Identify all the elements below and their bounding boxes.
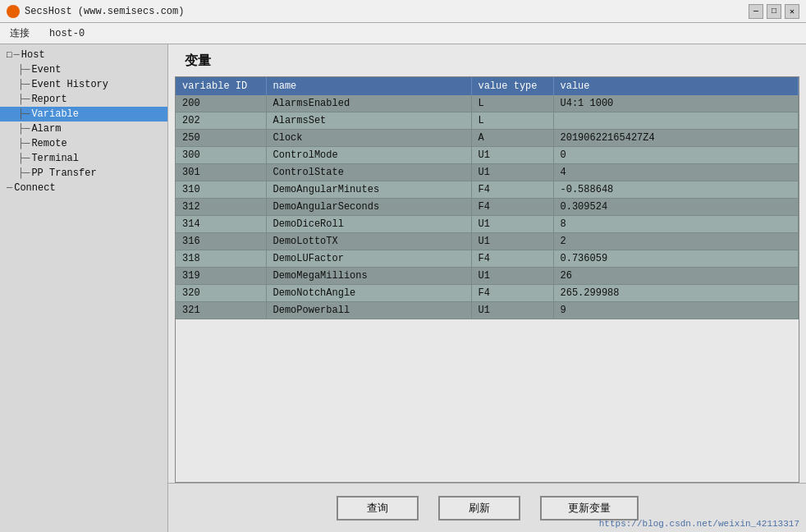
cell-value: 0.736059	[553, 250, 799, 268]
window-controls: — □ ✕	[749, 4, 799, 19]
sidebar-item-alarm[interactable]: ├─Alarm	[0, 122, 167, 136]
refresh-button[interactable]: 刷新	[438, 496, 520, 521]
cell-value-type: F4	[471, 199, 553, 216]
cell-variable-id: 318	[176, 250, 266, 268]
table-row[interactable]: 301 ControlState U1 4	[176, 164, 799, 181]
cell-name: Clock	[266, 130, 471, 147]
table-row[interactable]: 202 AlarmsSet L	[176, 112, 799, 130]
cell-value-type: F4	[471, 250, 553, 268]
dash-icon: ├─	[18, 153, 30, 164]
col-header-name: name	[266, 77, 471, 95]
cell-value-type: U1	[471, 216, 553, 233]
sidebar-item-label: Remote	[31, 138, 66, 149]
sidebar-item-remote[interactable]: ├─Remote	[0, 136, 167, 151]
cell-value: 26	[553, 268, 799, 285]
title-bar: SecsHost (www.semisecs.com) — □ ✕	[0, 0, 806, 23]
cell-name: DemoAngularMinutes	[266, 181, 471, 199]
sidebar-item-label: Report	[31, 94, 66, 105]
cell-variable-id: 202	[176, 112, 266, 130]
content-area: 变量 variable ID name value type value 200	[168, 44, 806, 532]
cell-name: DemoDiceRoll	[266, 216, 471, 233]
cell-variable-id: 319	[176, 268, 266, 285]
cell-name: ControlState	[266, 164, 471, 181]
sidebar-item-report[interactable]: ├─Report	[0, 92, 167, 107]
cell-name: ControlMode	[266, 147, 471, 164]
dash-icon: ├─	[18, 123, 30, 135]
cell-value: -0.588648	[553, 181, 799, 199]
maximize-button[interactable]: □	[767, 4, 781, 19]
query-button[interactable]: 查询	[337, 496, 419, 521]
cell-value: 8	[553, 216, 799, 233]
cell-value-type: A	[471, 130, 553, 147]
table-row[interactable]: 250 Clock A 20190622165427Z4	[176, 130, 799, 147]
close-button[interactable]: ✕	[785, 4, 799, 19]
cell-value: 265.299988	[553, 285, 799, 302]
cell-value-type: L	[471, 95, 553, 112]
cell-value: 0.309524	[553, 199, 799, 216]
dash-icon: ├─	[18, 167, 30, 179]
main-area: □─Host├─Event├─Event History├─Report├─Va…	[0, 44, 806, 532]
cell-value-type: U1	[471, 302, 553, 319]
cell-value: 0	[553, 147, 799, 164]
sidebar-item-label: Terminal	[31, 153, 79, 164]
sidebar-item-label: Connect	[14, 182, 55, 194]
table-row[interactable]: 319 DemoMegaMillions U1 26	[176, 268, 799, 285]
col-header-variable-id: variable ID	[176, 77, 266, 95]
table-row[interactable]: 321 DemoPowerball U1 9	[176, 302, 799, 319]
dash-icon: ─	[14, 49, 20, 61]
cell-variable-id: 314	[176, 216, 266, 233]
sidebar-item-variable[interactable]: ├─Variable	[0, 107, 167, 122]
button-area: 查询 刷新 更新变量	[168, 483, 806, 532]
page-title: 变量	[168, 44, 806, 76]
sidebar-item-event[interactable]: ├─Event	[0, 62, 167, 77]
cell-variable-id: 200	[176, 95, 266, 112]
sidebar-item-event-history[interactable]: ├─Event History	[0, 77, 167, 92]
cell-value-type: U1	[471, 147, 553, 164]
table-row[interactable]: 316 DemoLottoTX U1 2	[176, 233, 799, 250]
sidebar-item-label: PP Transfer	[31, 167, 96, 179]
sidebar-item-pp-transfer[interactable]: ├─PP Transfer	[0, 166, 167, 181]
cell-name: DemoLottoTX	[266, 233, 471, 250]
cell-value-type: F4	[471, 285, 553, 302]
cell-value	[553, 112, 799, 130]
sidebar-item-connect[interactable]: ─Connect	[0, 181, 167, 195]
cell-name: DemoPowerball	[266, 302, 471, 319]
menu-connect[interactable]: 连接	[0, 24, 39, 43]
cell-name: DemoMegaMillions	[266, 268, 471, 285]
table-row[interactable]: 312 DemoAngularSeconds F4 0.309524	[176, 199, 799, 216]
cell-value: 20190622165427Z4	[553, 130, 799, 147]
menu-host[interactable]: host-0	[39, 25, 94, 42]
sidebar-item-label: Event	[31, 64, 61, 76]
cell-name: AlarmsSet	[266, 112, 471, 130]
table-row[interactable]: 300 ControlMode U1 0	[176, 147, 799, 164]
sidebar-item-terminal[interactable]: ├─Terminal	[0, 151, 167, 166]
dash-icon: ├─	[18, 138, 30, 149]
variable-table-container: variable ID name value type value 200 Al…	[175, 76, 799, 483]
variable-table: variable ID name value type value 200 Al…	[176, 77, 799, 319]
cell-variable-id: 316	[176, 233, 266, 250]
sidebar-item-host[interactable]: □─Host	[0, 48, 167, 62]
table-row[interactable]: 314 DemoDiceRoll U1 8	[176, 216, 799, 233]
table-row[interactable]: 320 DemoNotchAngle F4 265.299988	[176, 285, 799, 302]
col-header-value-type: value type	[471, 77, 553, 95]
table-scroll[interactable]: variable ID name value type value 200 Al…	[176, 77, 799, 482]
sidebar-item-label: Variable	[31, 108, 79, 120]
cell-name: DemoAngularSeconds	[266, 199, 471, 216]
table-row[interactable]: 200 AlarmsEnabled L U4:1 1000	[176, 95, 799, 112]
cell-variable-id: 301	[176, 164, 266, 181]
cell-name: DemoLUFactor	[266, 250, 471, 268]
cell-variable-id: 320	[176, 285, 266, 302]
cell-variable-id: 310	[176, 181, 266, 199]
col-header-value: value	[553, 77, 799, 95]
cell-value-type: L	[471, 112, 553, 130]
dash-icon: ├─	[18, 79, 30, 90]
cell-value-type: U1	[471, 164, 553, 181]
table-row[interactable]: 310 DemoAngularMinutes F4 -0.588648	[176, 181, 799, 199]
sidebar-item-label: Host	[21, 49, 45, 61]
cell-name: AlarmsEnabled	[266, 95, 471, 112]
cell-variable-id: 300	[176, 147, 266, 164]
update-button[interactable]: 更新变量	[540, 496, 639, 521]
minimize-button[interactable]: —	[749, 4, 763, 19]
table-row[interactable]: 318 DemoLUFactor F4 0.736059	[176, 250, 799, 268]
cell-value: U4:1 1000	[553, 95, 799, 112]
